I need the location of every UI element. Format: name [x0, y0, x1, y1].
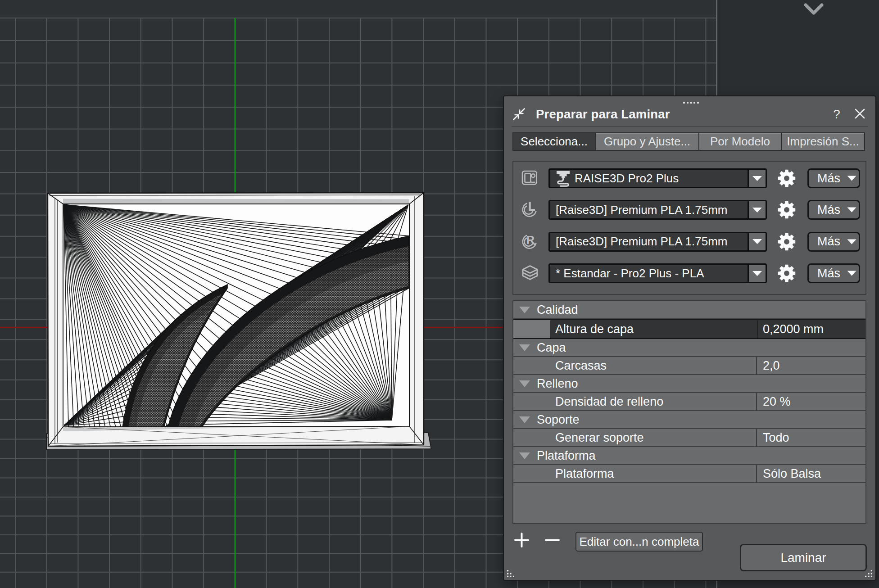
filament-right-select[interactable]: [Raise3D] Premium PLA 1.75mm [548, 232, 767, 252]
more-dropdown-arrow-icon [847, 271, 856, 276]
setting-row-densidad-de-relleno[interactable]: Densidad de relleno20 % [513, 393, 865, 411]
setting-row-plataforma[interactable]: PlataformaSólo Balsa [513, 465, 865, 483]
title-separator [512, 126, 868, 127]
section-row-relleno[interactable]: Relleno [513, 375, 865, 393]
printer-icon [521, 169, 538, 186]
tab-grupo-y-ajuste[interactable]: Grupo y Ajuste... [596, 133, 698, 150]
section-row-calidad[interactable]: Calidad [513, 301, 865, 319]
template-layers-icon [521, 264, 539, 282]
more-dropdown-arrow-icon [847, 176, 856, 181]
setting-value[interactable]: Sólo Balsa [763, 465, 821, 482]
dialog-drag-handle[interactable] [683, 102, 699, 104]
template-select[interactable]: * Estandar - Pro2 Plus - PLA [548, 263, 767, 283]
printer-select[interactable]: RAISE3D Pro2 Plus [548, 168, 767, 188]
filament-left-select[interactable]: [Raise3D] Premium PLA 1.75mm [548, 200, 767, 220]
section-row-plataforma[interactable]: Plataforma [513, 447, 865, 465]
collapse-triangle-icon[interactable] [519, 344, 530, 351]
section-row-soporte[interactable]: Soporte [513, 411, 865, 429]
setting-row-generar-soporte[interactable]: Generar soporteTodo [513, 429, 865, 447]
filament-left-value: [Raise3D] Premium PLA 1.75mm [556, 203, 727, 217]
setting-value[interactable]: 0,2000 mm [763, 320, 824, 338]
printer-select-value: RAISE3D Pro2 Plus [575, 172, 679, 185]
setting-row-altura-de-capa[interactable]: Altura de capa0,2000 mm [513, 319, 865, 339]
printer-select-arrow[interactable] [748, 170, 766, 187]
collapse-triangle-icon[interactable] [519, 452, 530, 459]
collapse-dialog-icon[interactable] [513, 108, 525, 120]
template-more-button[interactable]: Más [807, 263, 860, 283]
template-row: * Estandar - Pro2 Plus - PLA Más [504, 263, 875, 283]
extruder-icon [556, 170, 571, 187]
prepare-to-slice-dialog: Preparar para Laminar ? Selecciona... Gr… [504, 96, 875, 580]
slice-button[interactable]: Laminar [740, 544, 867, 571]
template-arrow[interactable] [748, 265, 766, 282]
filament-left-row: [Raise3D] Premium PLA 1.75mm Más [504, 200, 875, 220]
filament-right-gear-icon[interactable] [778, 233, 796, 251]
filament-right-more-button[interactable]: Más [807, 232, 860, 252]
model-wireframe[interactable] [43, 189, 440, 464]
filament-left-arrow[interactable] [748, 201, 766, 218]
remove-button[interactable] [545, 533, 560, 547]
collapse-triangle-icon[interactable] [519, 307, 530, 313]
section-row-capa[interactable]: Capa [513, 339, 865, 357]
filament-right-icon: R [521, 233, 538, 250]
filament-right-row: R [Raise3D] Premium PLA 1.75mm Más [504, 232, 875, 252]
help-button[interactable]: ? [831, 107, 843, 122]
tab-impresion[interactable]: Impresión S... [782, 133, 864, 150]
svg-text:R: R [526, 233, 535, 246]
settings-table: Calidad Altura de capa0,2000 mm Capa Car… [512, 300, 866, 524]
filament-left-icon [521, 201, 538, 218]
collapse-triangle-icon[interactable] [519, 416, 530, 423]
add-button[interactable] [514, 533, 529, 547]
setting-row-carcasas[interactable]: Carcasas2,0 [513, 357, 865, 375]
tab-por-modelo[interactable]: Por Modelo [699, 133, 781, 150]
close-icon[interactable] [855, 109, 865, 119]
resize-grip-right-icon[interactable] [865, 570, 873, 578]
more-dropdown-arrow-icon [847, 207, 856, 213]
more-dropdown-arrow-icon [847, 239, 856, 244]
template-value: * Estandar - Pro2 Plus - PLA [556, 267, 704, 280]
collapse-triangle-icon[interactable] [519, 380, 530, 387]
printer-more-button[interactable]: Más [807, 168, 860, 188]
filament-left-more-button[interactable]: Más [807, 200, 860, 220]
filament-left-gear-icon[interactable] [778, 201, 796, 219]
edit-full-config-button[interactable]: Editar con...n completa [575, 532, 703, 552]
dialog-title: Preparar para Laminar [536, 107, 670, 122]
setting-value[interactable]: 20 % [763, 393, 791, 410]
filament-right-value: [Raise3D] Premium PLA 1.75mm [556, 235, 727, 249]
printer-settings-gear-icon[interactable] [778, 169, 796, 187]
template-gear-icon[interactable] [778, 264, 796, 282]
setting-value[interactable]: Todo [763, 429, 789, 446]
resize-grip-left-icon[interactable] [507, 570, 515, 578]
printer-row: RAISE3D Pro2 Plus Más [504, 168, 875, 188]
application-window: { "window": { "title": "Preparar para La… [0, 0, 879, 588]
dialog-tabs: Selecciona... Grupo y Ajuste... Por Mode… [512, 132, 865, 151]
setting-value[interactable]: 2,0 [763, 357, 780, 374]
tab-selecciona[interactable]: Selecciona... [513, 133, 595, 150]
filament-right-arrow[interactable] [748, 233, 766, 250]
dock-collapse-chevron-icon[interactable] [804, 3, 824, 16]
